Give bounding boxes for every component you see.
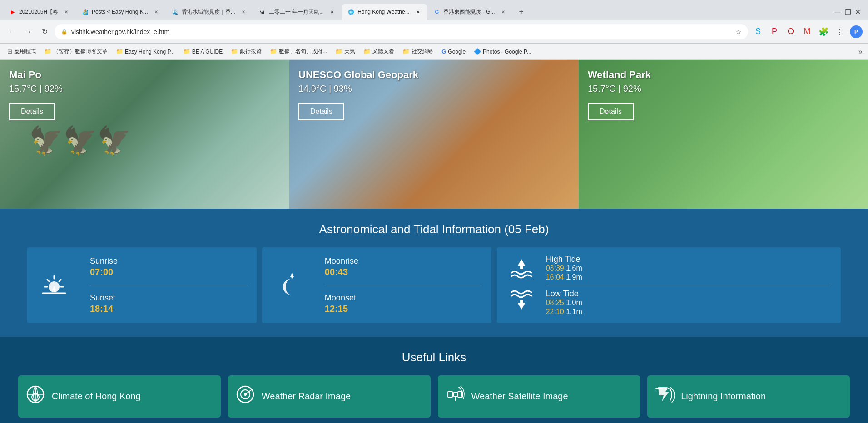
sunset-label: Sunset	[90, 293, 248, 303]
tab-weather-cn-title: 二零二一 年一月天氣...	[269, 8, 324, 16]
tab-posts-close[interactable]: ✕	[153, 8, 160, 15]
more-tools-icon[interactable]: ⋮	[833, 25, 846, 38]
location-cards: Mai Po 15.7°C | 92% Details 🦅🦅🦅 UNESCO G…	[0, 60, 868, 209]
moonrise-value: 00:43	[325, 267, 482, 277]
folder-icon-4: 📁	[231, 48, 238, 55]
tab-hk-weather[interactable]: 🌐 Hong Kong Weathe... ✕	[342, 4, 427, 20]
tab-water-close[interactable]: ✕	[240, 8, 247, 15]
tide-data: High Tide 03:39 1.6m 16:04 1.9m	[546, 247, 841, 323]
tab-bar: ▶ 20210205H【粵 ✕ 🏄 Posts < Easy Hong K...…	[0, 0, 868, 20]
svg-rect-12	[520, 264, 523, 269]
bookmark-google[interactable]: G Google	[438, 46, 469, 57]
pinterest-icon[interactable]: P	[768, 25, 781, 38]
tab-posts-title: Posts < Easy Hong K...	[92, 9, 148, 15]
maximize-button[interactable]: ❐	[845, 8, 851, 16]
maipo-title: Mai Po	[9, 69, 280, 81]
folder-icon-5: 📁	[270, 48, 277, 55]
close-button[interactable]: ✕	[855, 8, 861, 16]
moonrise-label: Moonrise	[325, 256, 482, 266]
bookmark-blog[interactable]: 📁 （暫存）數據博客文章	[40, 46, 111, 57]
moonrise-moonset-card: Moonrise 00:43 Moonset 12:15	[262, 247, 491, 323]
folder-icon-7: 📁	[363, 48, 371, 55]
folder-icon: 📁	[44, 48, 51, 55]
tab-water[interactable]: 🌊 香港水域能見度｜香... ✕	[166, 4, 253, 20]
profile-avatar[interactable]: P	[850, 25, 863, 38]
low-tide-height-2: 1.1m	[566, 308, 582, 315]
bookmark-easyhk[interactable]: 📁 Easy Hong Kong P...	[112, 46, 179, 57]
moonset-row: Moonset 12:15	[325, 293, 482, 314]
skype-icon[interactable]: S	[752, 25, 764, 38]
bookmark-blog-label: （暫存）數據博客文章	[53, 48, 108, 55]
forward-button[interactable]: →	[22, 25, 35, 38]
high-tide-time-1: 03:39	[546, 264, 564, 272]
tide-divider	[546, 285, 832, 285]
tab-posts[interactable]: 🏄 Posts < Easy Hong K... ✕	[76, 4, 165, 20]
posts-favicon: 🏄	[82, 8, 89, 15]
gmail-icon[interactable]: M	[801, 25, 813, 38]
bookmark-guide[interactable]: 📁 BE A GUIDE	[179, 46, 226, 57]
bookmark-social[interactable]: 📁 社交網絡	[399, 46, 437, 57]
hk-weather-favicon: 🌐	[347, 8, 355, 15]
wetland-card: Wetland Park 15.7°C | 92% Details	[579, 60, 868, 209]
bookmark-apps[interactable]: ⊞ 應用程式	[4, 46, 40, 57]
astro-title: Astronomical and Tidal Information (05 F…	[27, 222, 841, 236]
maipo-details-button[interactable]: Details	[9, 103, 55, 120]
moon-divider	[325, 285, 482, 285]
sunrise-value: 07:00	[90, 267, 248, 277]
svg-line-4	[47, 280, 49, 281]
bookmark-star-icon[interactable]: ☆	[736, 28, 742, 35]
tide-icons	[497, 247, 546, 323]
tab-water-title: 香港水域能見度｜香...	[182, 8, 235, 16]
folder-icon-6: 📁	[335, 48, 342, 55]
radar-link-button[interactable]: Weather Radar Image	[228, 375, 431, 418]
bookmark-photos[interactable]: 🔷 Photos - Google P...	[470, 46, 535, 57]
high-tide-label: High Tide	[546, 255, 832, 264]
back-button[interactable]: ←	[5, 25, 18, 38]
bookmark-media-label: 又聽又看	[372, 48, 394, 55]
refresh-button[interactable]: ↻	[38, 25, 51, 38]
url-bar[interactable]: 🔒 visithk.weather.gov.hk/index_e.htm ☆	[55, 24, 748, 39]
bookmark-banking[interactable]: 📁 銀行投資	[227, 46, 265, 57]
bookmark-social-label: 社交網絡	[412, 48, 433, 55]
bookmark-data[interactable]: 📁 數據、名句、政府...	[266, 46, 331, 57]
address-bar: ← → ↻ 🔒 visithk.weather.gov.hk/index_e.h…	[0, 20, 868, 44]
climate-link-button[interactable]: Climate of Hong Kong	[18, 375, 221, 418]
moon-data: Moonrise 00:43 Moonset 12:15	[316, 247, 491, 323]
minimize-button[interactable]: —	[834, 8, 841, 16]
bookmark-weather[interactable]: 📁 天氣	[332, 46, 359, 57]
opera-icon[interactable]: O	[784, 25, 797, 38]
bookmark-weather-label: 天氣	[344, 48, 355, 55]
sun-divider	[90, 285, 248, 285]
geopark-details-button[interactable]: Details	[298, 103, 344, 120]
bookmarks-bar: ⊞ 應用程式 📁 （暫存）數據博客文章 📁 Easy Hong Kong P..…	[0, 44, 868, 60]
new-tab-button[interactable]: +	[515, 5, 528, 18]
tab-weather-cn[interactable]: 🌤 二零二一 年一月天氣... ✕	[253, 4, 341, 20]
bookmark-media[interactable]: 📁 又聽又看	[360, 46, 398, 57]
high-tide-entry-1: 03:39 1.6m	[546, 264, 832, 272]
svg-line-5	[59, 280, 61, 281]
tab-youtube[interactable]: ▶ 20210205H【粵 ✕	[4, 4, 75, 20]
sunrise-row: Sunrise 07:00	[90, 256, 248, 277]
bookmarks-more[interactable]: »	[857, 46, 864, 58]
svg-rect-14	[520, 300, 523, 305]
tab-google-maps-close[interactable]: ✕	[500, 8, 507, 15]
lightning-link-button[interactable]: Lightning Information	[647, 375, 850, 418]
wetland-details-button[interactable]: Details	[588, 103, 634, 120]
tab-hk-weather-title: Hong Kong Weathe...	[357, 9, 410, 15]
low-tide-icon	[508, 286, 535, 315]
moonset-label: Moonset	[325, 293, 482, 303]
tab-youtube-title: 20210205H【粵	[19, 8, 58, 16]
page-content: Mai Po 15.7°C | 92% Details 🦅🦅🦅 UNESCO G…	[0, 60, 868, 423]
radar-link-label: Weather Radar Image	[262, 391, 351, 402]
tab-youtube-close[interactable]: ✕	[63, 8, 70, 15]
low-tide-values: 08:25 1.0m 22:10 1.1m	[546, 299, 832, 316]
tab-hk-weather-close[interactable]: ✕	[414, 8, 422, 15]
folder-icon-8: 📁	[402, 48, 410, 55]
high-tide-entry-2: 16:04 1.9m	[546, 273, 832, 281]
tab-weather-cn-close[interactable]: ✕	[328, 8, 336, 15]
lock-icon: 🔒	[61, 29, 68, 35]
extensions-icon[interactable]: 🧩	[817, 25, 830, 38]
tab-google-maps[interactable]: G 香港東西能見度 - G... ✕	[428, 4, 512, 20]
satellite-link-button[interactable]: Weather Satellite Image	[438, 375, 640, 418]
moon-icon	[262, 247, 316, 323]
